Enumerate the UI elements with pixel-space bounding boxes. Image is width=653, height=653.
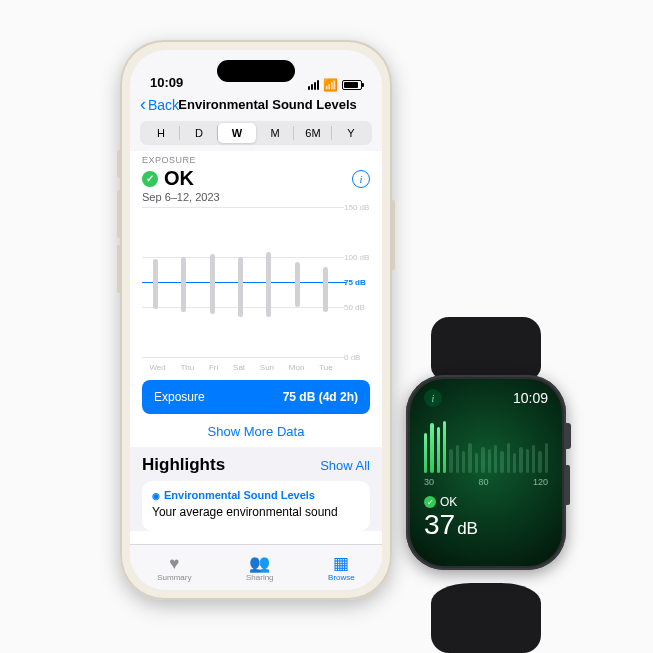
wifi-icon: 📶 xyxy=(323,80,338,90)
x-lbl: Mon xyxy=(289,363,305,372)
y-tick-100: 100 dB xyxy=(344,253,370,262)
noise-bar xyxy=(424,433,427,473)
tab-sharing[interactable]: 👥 Sharing xyxy=(246,555,274,582)
watch-status-text: OK xyxy=(440,495,457,509)
checkmark-icon: ✓ xyxy=(142,171,158,187)
noise-bar xyxy=(481,447,484,473)
digital-crown[interactable] xyxy=(565,423,571,449)
noise-bar xyxy=(538,451,541,473)
page-title: Environmental Sound Levels xyxy=(163,97,372,112)
noise-level-bars xyxy=(424,417,548,473)
noise-bar xyxy=(494,445,497,473)
db-unit: dB xyxy=(457,519,478,539)
noise-bar xyxy=(437,427,440,473)
y-tick-75: 75 dB xyxy=(344,278,370,287)
phone-screen: 10:09 📶 ‹ Back Environmental Sound Level… xyxy=(130,50,382,590)
x-lbl: Thu xyxy=(180,363,194,372)
apple-watch-device: i 10:09 30 80 120 ✓ OK 37dB xyxy=(399,345,573,625)
highlight-card-title: Environmental Sound Levels xyxy=(164,489,315,501)
phone-side-button xyxy=(117,190,120,238)
highlight-card[interactable]: Environmental Sound Levels Your average … xyxy=(142,481,370,531)
battery-icon xyxy=(342,80,362,90)
info-icon[interactable]: i xyxy=(352,170,370,188)
exposure-summary-card[interactable]: Exposure 75 dB (4d 2h) xyxy=(142,380,370,414)
watch-time: 10:09 xyxy=(513,390,548,406)
info-icon[interactable]: i xyxy=(424,389,442,407)
db-number: 37 xyxy=(424,509,455,541)
noise-bar xyxy=(488,449,491,473)
date-range: Sep 6–12, 2023 xyxy=(142,191,370,203)
tab-label: Browse xyxy=(328,573,355,582)
people-icon: 👥 xyxy=(249,555,270,572)
status-text: OK xyxy=(164,167,194,190)
iphone-device: 10:09 📶 ‹ Back Environmental Sound Level… xyxy=(120,40,392,600)
tab-label: Summary xyxy=(157,573,191,582)
noise-bar xyxy=(545,443,548,473)
x-axis-labels: Wed Thu Fri Sat Sun Mon Tue xyxy=(142,363,340,372)
exposure-chart[interactable]: 150 dB 100 dB 75 dB 50 dB 0 dB xyxy=(142,207,370,372)
watch-db-value: 37dB xyxy=(410,509,562,551)
status-time: 10:09 xyxy=(150,75,183,90)
y-tick-150: 150 dB xyxy=(344,203,370,212)
noise-bar xyxy=(462,451,465,473)
y-tick-0: 0 dB xyxy=(344,353,370,362)
highlights-section: Highlights Show All Environmental Sound … xyxy=(130,447,382,531)
noise-bar xyxy=(507,443,510,473)
segment-6month[interactable]: 6M xyxy=(294,123,332,143)
noise-bar xyxy=(456,445,459,473)
scale-mid: 80 xyxy=(478,477,488,487)
segment-hour[interactable]: H xyxy=(142,123,180,143)
grid-icon: ▦ xyxy=(333,555,349,572)
watch-band xyxy=(431,583,541,653)
x-lbl: Sun xyxy=(260,363,274,372)
watch-screen: i 10:09 30 80 120 ✓ OK 37dB xyxy=(410,379,562,566)
show-more-data-link[interactable]: Show More Data xyxy=(142,424,370,439)
exposure-card-value: 75 dB (4d 2h) xyxy=(283,390,358,404)
x-lbl: Wed xyxy=(149,363,165,372)
watch-status-bar: i 10:09 xyxy=(410,379,562,407)
hearing-icon xyxy=(152,489,160,501)
x-lbl: Fri xyxy=(209,363,218,372)
watch-status-row: ✓ OK xyxy=(410,487,562,509)
chart-bars xyxy=(142,207,340,358)
highlight-card-text: Your average environmental sound xyxy=(152,505,360,519)
watch-side-button[interactable] xyxy=(566,465,570,505)
noise-bar xyxy=(513,453,516,473)
tab-bar: ♥ Summary 👥 Sharing ▦ Browse xyxy=(130,544,382,590)
noise-bar xyxy=(449,449,452,473)
x-lbl: Sat xyxy=(233,363,245,372)
exposure-heading: EXPOSURE xyxy=(142,155,370,165)
noise-bar xyxy=(468,443,471,473)
segment-day[interactable]: D xyxy=(180,123,218,143)
nav-bar: ‹ Back Environmental Sound Levels xyxy=(130,92,382,119)
noise-bar xyxy=(500,451,503,473)
show-all-link[interactable]: Show All xyxy=(320,458,370,473)
tab-label: Sharing xyxy=(246,573,274,582)
phone-side-button xyxy=(117,150,120,178)
dynamic-island xyxy=(217,60,295,82)
noise-scale: 30 80 120 xyxy=(410,473,562,487)
phone-side-button xyxy=(392,200,395,270)
time-range-segmented-control[interactable]: H D W M 6M Y xyxy=(140,121,372,145)
checkmark-icon: ✓ xyxy=(424,496,436,508)
status-right: 📶 xyxy=(308,80,362,90)
tab-browse[interactable]: ▦ Browse xyxy=(328,555,355,582)
y-tick-50: 50 dB xyxy=(344,303,370,312)
segment-month[interactable]: M xyxy=(256,123,294,143)
status-row: ✓ OK i xyxy=(142,167,370,190)
tab-summary[interactable]: ♥ Summary xyxy=(157,555,191,582)
noise-bar xyxy=(475,453,478,473)
watch-case: i 10:09 30 80 120 ✓ OK 37dB xyxy=(406,375,566,570)
phone-side-button xyxy=(117,245,120,293)
heart-icon: ♥ xyxy=(169,555,179,572)
x-lbl: Tue xyxy=(319,363,333,372)
highlights-title: Highlights xyxy=(142,455,225,475)
noise-bar xyxy=(443,421,446,473)
noise-bar xyxy=(526,449,529,473)
segment-week[interactable]: W xyxy=(218,123,256,143)
scale-max: 120 xyxy=(533,477,548,487)
back-chevron-icon[interactable]: ‹ xyxy=(140,94,146,115)
noise-bar xyxy=(519,447,522,473)
cellular-icon xyxy=(308,80,319,90)
segment-year[interactable]: Y xyxy=(332,123,370,143)
